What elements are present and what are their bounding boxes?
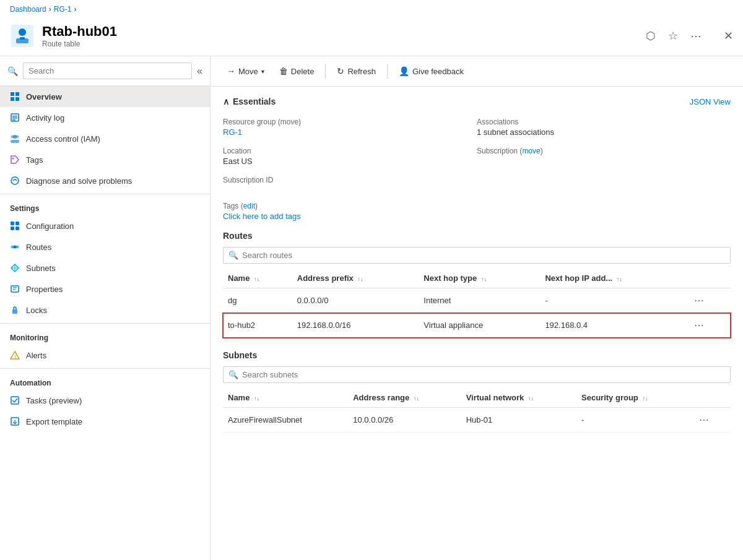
svg-text:!: ! [15,354,17,360]
table-row: to-hub2 192.168.0.0/16 Virtual appliance… [223,313,731,338]
subnets-section-title: Subnets [223,350,731,360]
move-button[interactable]: → Move ▾ [220,62,271,80]
delete-icon: 🗑 [279,66,288,76]
sort-prefix-icon[interactable]: ↑↓ [357,277,363,282]
sort-vnet-icon[interactable]: ↑↓ [528,396,534,402]
sidebar-item-tasks[interactable]: Tasks (preview) [0,390,210,411]
subnets-col-name: Name ↑↓ [223,388,348,408]
svg-rect-11 [12,119,15,121]
sidebar-item-routes[interactable]: Routes [0,236,210,257]
search-icon: 🔍 [7,66,18,76]
sidebar-item-configuration[interactable]: Configuration [0,215,210,236]
overview-icon [10,92,20,101]
tags-edit-link[interactable]: edit [243,202,255,210]
svg-rect-31 [12,309,17,314]
sidebar-nav: Overview Activity log Access control (IA… [0,86,210,560]
pin-button[interactable]: ⬡ [643,27,658,45]
add-tags-link[interactable]: Click here to add tags [223,212,301,221]
resource-icon [10,24,35,48]
svg-rect-10 [12,118,17,119]
sidebar-item-activity-log[interactable]: Activity log [0,107,210,128]
sidebar-item-properties[interactable]: Properties [0,278,210,299]
sidebar-item-label: Activity log [26,113,64,123]
breadcrumb: Dashboard › RG-1 › [0,0,743,19]
monitoring-section-label: Monitoring [0,323,210,345]
sidebar-item-access-control[interactable]: Access control (IAM) [0,128,210,149]
subscription-id-item: Subscription ID [223,172,477,192]
sidebar-item-subnets[interactable]: Subnets [0,257,210,278]
essentials-header: ∧ Essentials JSON View [223,97,731,106]
tasks-icon [10,395,20,405]
json-view-link[interactable]: JSON View [690,97,731,106]
collapse-sidebar-button[interactable]: « [197,66,202,77]
route-hop-ip: - [540,288,685,313]
svg-rect-4 [11,92,14,96]
routes-section-title: Routes [223,231,731,241]
close-button[interactable]: ✕ [724,29,733,43]
row-menu-button[interactable]: ⋯ [690,293,708,308]
routes-col-next-hop-type: Next hop type ↑↓ [419,269,540,288]
routes-col-address-prefix: Address prefix ↑↓ [292,269,419,288]
sidebar-item-export-template[interactable]: Export template [0,411,210,432]
sidebar-item-label: Properties [26,285,63,294]
sidebar-item-label: Overview [26,92,62,101]
route-prefix: 0.0.0.0/0 [292,288,419,313]
chevron-up-icon: ∧ [223,97,229,106]
subscription-item: Subscription (move) [477,143,731,172]
sidebar-item-tags[interactable]: Tags [0,149,210,170]
subnet-security-group: - [576,408,690,433]
sidebar-item-locks[interactable]: Locks [0,299,210,321]
svg-point-1 [19,28,26,36]
toolbar-divider-2 [387,64,388,79]
row-menu-button[interactable]: ⋯ [695,413,713,427]
table-row: dg 0.0.0.0/0 Internet - ⋯ [223,288,731,313]
svg-point-16 [12,158,14,160]
sidebar: 🔍 « Overview Activity log [0,56,211,560]
delete-button[interactable]: 🗑 Delete [273,62,321,80]
resource-group-link[interactable]: RG-1 [223,127,242,137]
breadcrumb-dashboard[interactable]: Dashboard [10,5,46,14]
more-button[interactable]: ⋯ [688,27,704,45]
sort-hop-type-icon[interactable]: ↑↓ [481,277,487,282]
subscription-move-link[interactable]: move [522,147,540,155]
svg-point-24 [14,246,17,249]
sidebar-item-alerts[interactable]: ! Alerts [0,345,210,366]
sidebar-item-label: Alerts [26,351,46,360]
star-button[interactable]: ☆ [666,27,680,45]
subnet-virtual-network: Hub-01 [461,408,576,433]
page-header: Rtab-hub01 Route table ⬡ ☆ ⋯ ✕ [0,19,743,56]
row-menu-button[interactable]: ⋯ [690,318,708,332]
route-hop-type: Virtual appliance [419,313,540,338]
svg-rect-3 [20,37,25,40]
search-input[interactable] [23,62,192,79]
sort-range-icon[interactable]: ↑↓ [414,396,419,402]
subnets-col-security-group: Security group ↑↓ [576,388,690,408]
sidebar-item-overview[interactable]: Overview [0,86,210,107]
sort-name-icon[interactable]: ↑↓ [254,277,259,282]
sort-sg-icon[interactable]: ↑↓ [642,396,648,402]
routes-search-input[interactable] [242,251,725,260]
subnets-search-input[interactable] [242,370,725,379]
sort-hop-ip-icon[interactable]: ↑↓ [617,277,622,282]
routes-search-box: 🔍 [223,247,731,264]
sidebar-item-diagnose[interactable]: Diagnose and solve problems [0,170,210,191]
properties-icon [10,284,20,294]
svg-rect-5 [15,92,19,96]
resource-type: Route table [42,40,117,48]
routes-table: Name ↑↓ Address prefix ↑↓ Next hop type … [223,269,731,338]
table-row: AzureFirewallSubnet 10.0.0.0/26 Hub-01 -… [223,408,731,433]
svg-point-13 [11,136,14,139]
subnet-address-range: 10.0.0.0/26 [348,408,461,433]
breadcrumb-rg[interactable]: RG-1 [54,5,72,14]
alerts-icon: ! [10,350,20,360]
sidebar-item-label: Access control (IAM) [26,134,100,144]
subnets-table: Name ↑↓ Address range ↑↓ Virtual network… [223,388,731,433]
locks-icon [10,305,20,315]
associations-item: Associations 1 subnet associations [477,114,731,143]
feedback-button[interactable]: 👤 Give feedback [393,62,470,80]
sidebar-item-label: Configuration [26,222,74,231]
page-title: Rtab-hub01 [42,24,117,40]
sort-name-icon[interactable]: ↑↓ [254,396,259,402]
refresh-button[interactable]: ↻ Refresh [331,62,382,80]
essentials-title-text: Essentials [233,97,276,106]
